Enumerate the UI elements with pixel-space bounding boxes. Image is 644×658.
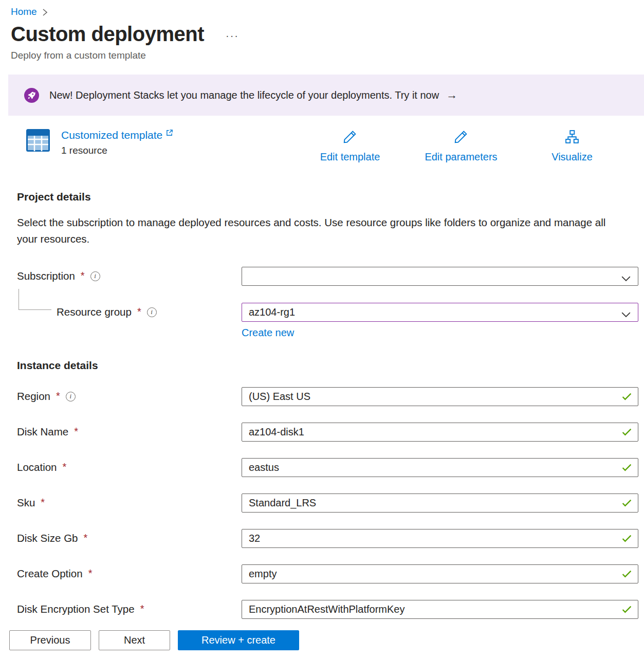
subscription-row: Subscription * i — [17, 267, 644, 286]
visualize-action[interactable]: Visualize — [517, 129, 628, 163]
edit-template-action[interactable]: Edit template — [295, 129, 406, 163]
required-marker: * — [83, 532, 87, 544]
create-new-row: Create new — [242, 327, 644, 339]
create-option-input[interactable]: empty — [242, 564, 638, 583]
disk-encryption-label: Disk Encryption Set Type — [17, 603, 135, 615]
required-marker: * — [81, 270, 85, 282]
instance-details-form: Region * i (US) East US Disk Name * az1 — [0, 387, 644, 619]
disk-size-input-cell: 32 — [242, 529, 638, 548]
arrow-right-icon[interactable]: → — [446, 88, 457, 102]
disk-encryption-label-cell: Disk Encryption Set Type * — [17, 603, 242, 615]
banner-message-text: New! Deployment Stacks let you manage th… — [49, 89, 392, 101]
more-menu-button[interactable]: ··· — [226, 30, 239, 42]
required-marker: * — [56, 390, 60, 402]
page-title: Custom deployment — [11, 23, 204, 46]
valid-check-icon — [622, 606, 632, 615]
info-icon[interactable]: i — [66, 392, 76, 401]
disk-encryption-value: EncryptionAtRestWithPlatformKey — [249, 604, 404, 615]
create-option-value: empty — [249, 568, 277, 580]
required-marker: * — [63, 461, 67, 473]
pencil-icon — [342, 129, 358, 147]
tree-connector-line — [19, 289, 51, 310]
resource-group-value: az104-rg1 — [249, 306, 295, 318]
template-icon — [26, 129, 50, 156]
info-icon[interactable]: i — [90, 271, 100, 281]
chevron-right-icon — [42, 8, 48, 16]
disk-name-label-cell: Disk Name * — [17, 426, 242, 438]
location-label-cell: Location * — [17, 461, 242, 473]
location-input-cell: eastus — [242, 458, 638, 477]
resource-group-dropdown[interactable]: az104-rg1 — [242, 303, 638, 322]
rocket-icon — [24, 88, 39, 103]
disk-size-input[interactable]: 32 — [242, 529, 638, 548]
edit-parameters-action[interactable]: Edit parameters — [406, 129, 517, 163]
region-label: Region — [17, 390, 50, 403]
instance-details-heading: Instance details — [17, 359, 644, 372]
required-marker: * — [41, 497, 45, 508]
valid-check-icon — [622, 464, 632, 473]
sku-label-cell: Sku * — [17, 497, 242, 509]
chevron-down-icon — [621, 274, 631, 283]
project-details-description: Select the subscription to manage deploy… — [17, 214, 613, 247]
review-create-button[interactable]: Review + create — [178, 630, 299, 650]
location-input[interactable]: eastus — [242, 458, 638, 477]
valid-check-icon — [622, 499, 632, 509]
custom-deployment-page: Home Custom deployment ··· Deploy from a… — [0, 0, 644, 658]
next-button[interactable]: Next — [99, 630, 170, 650]
customized-template-link[interactable]: Customized template — [61, 129, 162, 141]
required-marker: * — [88, 568, 93, 579]
template-text-block: Customized template 1 resource — [61, 129, 173, 156]
disk-name-input-cell: az104-disk1 — [242, 423, 638, 442]
banner-message: New! Deployment Stacks let you manage th… — [49, 89, 439, 101]
subscription-label: Subscription — [17, 270, 75, 282]
region-input[interactable]: (US) East US — [242, 387, 638, 406]
pencil-icon — [453, 129, 469, 147]
resource-group-input-cell: az104-rg1 — [242, 303, 638, 322]
disk-encryption-row: Disk Encryption Set Type * EncryptionAtR… — [17, 600, 644, 619]
create-option-label-cell: Create Option * — [17, 568, 242, 580]
create-option-input-cell: empty — [242, 564, 638, 583]
location-row: Location * eastus — [17, 458, 644, 477]
required-marker: * — [74, 426, 78, 437]
template-info: Customized template 1 resource — [26, 129, 173, 156]
breadcrumb-home-link[interactable]: Home — [11, 6, 37, 17]
region-input-cell: (US) East US — [242, 387, 638, 406]
project-details-heading: Project details — [17, 191, 644, 203]
info-icon[interactable]: i — [147, 307, 157, 317]
sku-input[interactable]: Standard_LRS — [242, 494, 638, 513]
disk-size-value: 32 — [249, 533, 260, 544]
disk-name-input[interactable]: az104-disk1 — [242, 423, 638, 442]
subscription-label-cell: Subscription * i — [17, 270, 242, 282]
valid-check-icon — [622, 393, 632, 403]
template-resource-count: 1 resource — [61, 145, 173, 156]
resource-group-label: Resource group — [57, 306, 132, 318]
footer-action-bar: Previous Next Review + create — [0, 622, 644, 658]
visualize-label: Visualize — [551, 151, 593, 163]
sku-input-cell: Standard_LRS — [242, 494, 638, 513]
subscription-dropdown[interactable] — [242, 267, 638, 286]
breadcrumb: Home — [0, 0, 644, 17]
resource-group-row: Resource group * i az104-rg1 — [17, 303, 644, 322]
disk-encryption-input-cell: EncryptionAtRestWithPlatformKey — [242, 600, 638, 619]
chevron-down-icon — [621, 310, 631, 319]
valid-check-icon — [622, 428, 632, 438]
deployment-stacks-banner: New! Deployment Stacks let you manage th… — [8, 75, 644, 116]
sku-value: Standard_LRS — [249, 497, 316, 509]
resource-group-label-cell: Resource group * i — [17, 306, 242, 318]
previous-button[interactable]: Previous — [9, 630, 91, 650]
region-row: Region * i (US) East US — [17, 387, 644, 406]
disk-name-value: az104-disk1 — [249, 426, 304, 438]
sku-row: Sku * Standard_LRS — [17, 494, 644, 513]
region-value: (US) East US — [249, 391, 310, 403]
disk-size-row: Disk Size Gb * 32 — [17, 529, 644, 548]
sku-label: Sku — [17, 497, 35, 509]
page-subtitle: Deploy from a custom template — [11, 50, 644, 61]
banner-try-it-now-link[interactable]: Try it now — [395, 89, 439, 101]
disk-name-label: Disk Name — [17, 426, 68, 438]
valid-check-icon — [622, 535, 632, 544]
create-new-link[interactable]: Create new — [242, 327, 294, 338]
disk-encryption-input[interactable]: EncryptionAtRestWithPlatformKey — [242, 600, 638, 619]
required-marker: * — [137, 306, 141, 318]
edit-parameters-label: Edit parameters — [425, 151, 497, 163]
template-actions: Edit template Edit parameters Visualize — [295, 129, 636, 163]
